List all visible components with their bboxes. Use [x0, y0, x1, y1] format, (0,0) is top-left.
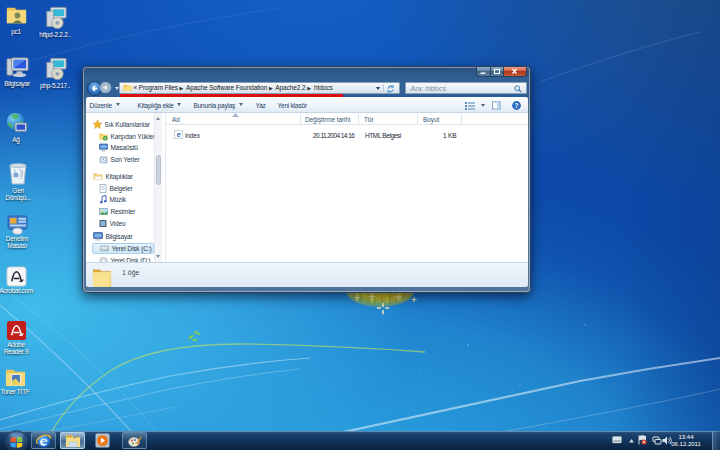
svg-text:e: e — [177, 131, 181, 138]
svg-text:?: ? — [514, 101, 518, 108]
